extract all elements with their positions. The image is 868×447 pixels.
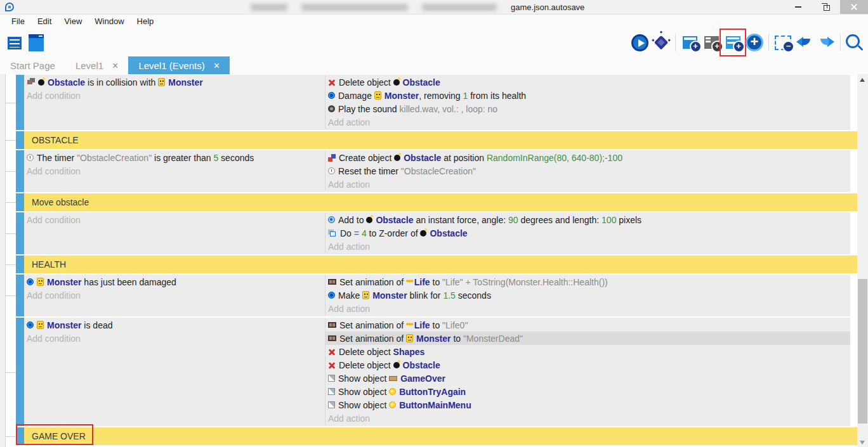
action-row[interactable]: Damage Monster, removing 1 from its heal… [326, 89, 850, 102]
text-segment: RandomInRange(80, 640-80);-100 [487, 153, 622, 163]
text-segment: degrees and length: [518, 215, 602, 225]
redo-button[interactable] [815, 32, 837, 53]
text-segment: 100 [602, 215, 616, 225]
action-row[interactable]: Do = 4 to Z-order of Obstacle [326, 226, 850, 240]
add-object-button[interactable]: + [744, 32, 765, 53]
scrollbar-thumb[interactable] [858, 279, 867, 424]
toolbar-separator [840, 34, 841, 51]
text-segment: pixels [616, 215, 641, 225]
condition-row[interactable]: Monster is dead [24, 318, 325, 332]
action-row[interactable]: Add to Obstacle an instant force, angle:… [326, 213, 850, 226]
actions-column: Set animation of Life to "Life" + ToStri… [325, 275, 850, 315]
text-segment: Show object [338, 387, 389, 397]
search-icon [846, 34, 860, 48]
action-row[interactable]: Reset the timer "ObstacleCreation" [326, 164, 850, 178]
add-condition-button[interactable]: Add condition [24, 89, 325, 102]
action-row[interactable]: Make Monster blink for 1.5 seconds [326, 288, 850, 302]
scroll-down-icon[interactable] [860, 441, 865, 444]
undo-button[interactable] [794, 32, 815, 53]
add-action-button[interactable]: Add action [326, 302, 850, 315]
text-segment: Monster [416, 334, 450, 344]
conditions-column: Monster is deadAdd condition [24, 318, 325, 425]
menu-edit[interactable]: Edit [31, 15, 58, 29]
tab-close-icon[interactable]: × [112, 61, 118, 71]
text-segment: Obstacle [48, 77, 85, 87]
tab-start-page[interactable]: Start Page [0, 56, 65, 75]
action-row[interactable]: Play the sound killed.wav, vol.: , loop:… [326, 102, 850, 115]
text-segment: "ObstacleCreation" [401, 166, 476, 176]
action-row[interactable]: Show object GameOver [326, 372, 850, 385]
delete-icon [328, 79, 336, 86]
redacted-title-text [251, 4, 287, 11]
action-row[interactable]: Create object Obstacle at position Rando… [326, 151, 850, 164]
button-icon [389, 401, 396, 408]
text-segment: The timer [37, 153, 77, 163]
condition-row[interactable]: The timer "ObstacleCreation" is greater … [24, 151, 325, 164]
add-condition-button[interactable]: Add condition [24, 164, 325, 178]
event-group-header[interactable]: GAME OVER [24, 427, 857, 445]
add-scene-button[interactable]: + [679, 32, 700, 53]
tab-close-icon[interactable]: × [214, 61, 220, 71]
play-button[interactable] [629, 32, 650, 53]
text-segment: Obstacle [403, 360, 440, 370]
add-external-button[interactable]: + [700, 32, 722, 53]
text-segment: Delete object [339, 347, 393, 357]
zorder-icon [328, 230, 334, 235]
menu-help[interactable]: Help [131, 15, 161, 29]
tab-label: Level1 [76, 60, 103, 71]
action-row[interactable]: Set animation of Life to "Life" + ToStri… [326, 275, 850, 288]
toolbar: ++++− [0, 29, 868, 56]
gameover-icon [389, 376, 397, 381]
event-group-header[interactable]: OBSTACLE [24, 131, 857, 149]
action-row[interactable]: Show object ButtonMainMenu [326, 398, 850, 411]
remove-selection-button[interactable]: − [772, 32, 794, 53]
text-segment: = [354, 228, 362, 238]
bomb-icon [38, 79, 44, 86]
toolbar-separator [675, 34, 676, 51]
restore-button[interactable] [812, 0, 840, 14]
menu-file[interactable]: File [5, 15, 31, 29]
action-row[interactable]: Delete object Shapes [326, 345, 850, 358]
add-action-button[interactable]: Add action [326, 240, 850, 253]
minimize-button[interactable] [784, 0, 812, 14]
event-blocks: Obstacle is in collision with MonsterAdd… [0, 75, 868, 445]
action-row[interactable]: Set animation of Monster to "MonsterDead… [326, 332, 850, 345]
action-row[interactable]: Delete object Obstacle [326, 358, 850, 372]
event-group-header[interactable]: HEALTH [24, 256, 857, 273]
text-segment: 5 [213, 153, 218, 163]
tab-level1-events[interactable]: Level1 (Events) × [128, 56, 230, 75]
event-group-header[interactable]: Move obstacle [24, 193, 857, 211]
text-segment: GameOver [400, 373, 445, 384]
action-row[interactable]: Show object ButtonTryAgain [326, 385, 850, 398]
close-button[interactable] [840, 0, 868, 14]
text-segment: to Z-order of [367, 228, 421, 238]
project-manager-button[interactable] [4, 32, 25, 53]
redacted-title-text [301, 4, 408, 11]
action-row[interactable]: Set animation of Life to "Life0" [326, 318, 850, 332]
condition-row[interactable]: Obstacle is in collision with Monster [24, 75, 325, 89]
add-condition-button[interactable]: Add condition [24, 288, 325, 302]
add-action-button[interactable]: Add action [326, 178, 850, 191]
text-segment: Monster [372, 290, 407, 301]
create-icon [328, 154, 336, 162]
text-segment: Obstacle [403, 77, 440, 87]
add-action-button[interactable]: Add action [326, 411, 850, 425]
add-action-button[interactable]: Add action [326, 115, 850, 129]
add-condition-button[interactable]: Add condition [24, 332, 325, 345]
add-condition-button[interactable]: Add condition [24, 213, 325, 226]
monster-icon [374, 91, 381, 100]
debug-button[interactable] [650, 32, 672, 53]
scroll-up-icon[interactable] [860, 78, 865, 82]
search-button[interactable] [844, 32, 865, 53]
action-row[interactable]: Delete object Obstacle [326, 75, 850, 89]
scene-editor-button[interactable] [25, 32, 47, 53]
text-segment: Make [338, 290, 362, 301]
health-icon [27, 321, 34, 328]
tab-level1[interactable]: Level1 × [65, 56, 129, 75]
menu-view[interactable]: View [58, 15, 88, 29]
condition-row[interactable]: Monster has just been damaged [24, 275, 325, 288]
text-segment: Set animation of [339, 334, 406, 344]
menu-window[interactable]: Window [88, 15, 130, 29]
menu-bar: File Edit View Window Help [0, 15, 868, 29]
add-events-button[interactable]: + [722, 32, 744, 53]
